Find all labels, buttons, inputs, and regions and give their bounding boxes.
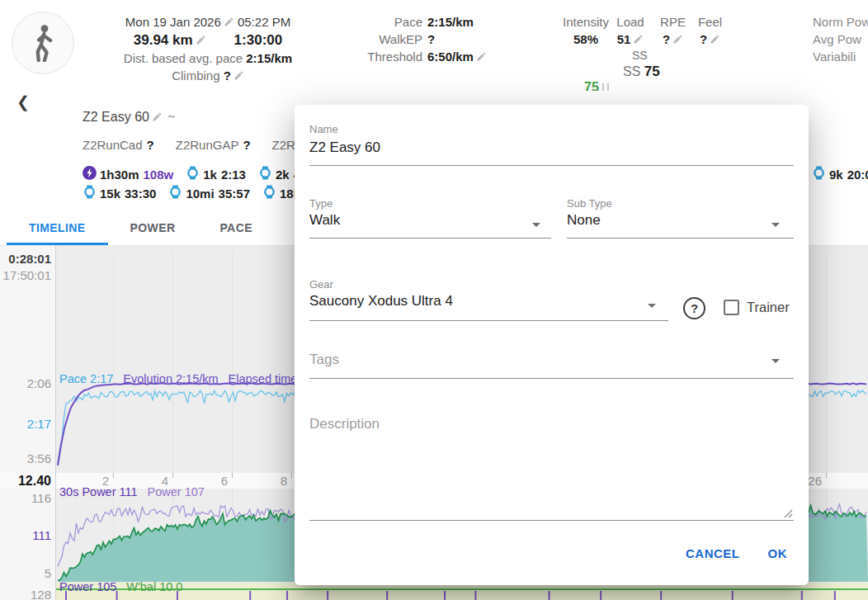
avg-pace-label: Dist. based avg. pace: [124, 51, 243, 65]
lightning-icon: [83, 166, 97, 182]
title-suffix: ~: [167, 110, 175, 124]
power-tick-high: 116: [0, 491, 51, 505]
back-chevron-icon[interactable]: ❮: [17, 92, 30, 111]
edit-distance-icon[interactable]: [196, 32, 206, 50]
activity-start-time: 05:22 PM: [238, 15, 290, 29]
edit-activity-dialog: Name Type Walk Sub Type None Gear Saucon…: [295, 105, 809, 585]
pace-label: Pace: [290, 13, 422, 31]
watch-icon: [83, 185, 97, 201]
name-input[interactable]: [309, 136, 794, 159]
edit-climbing-icon[interactable]: [234, 68, 244, 85]
pace-value: 2:15/km: [427, 15, 474, 29]
pace-tick-slow: 3:56: [0, 451, 51, 465]
climbing-value: ?: [224, 69, 231, 83]
walking-person-icon: [26, 24, 59, 62]
type-underline: [309, 238, 551, 239]
dialog-actions: CANCEL OK: [677, 539, 795, 568]
tab-power[interactable]: POWER: [108, 210, 198, 245]
legend-wbal: W'bal 10.0: [126, 580, 182, 593]
x-tick-label: 2: [76, 474, 109, 488]
name-underline: [309, 165, 794, 166]
subtype-dropdown-arrow-icon[interactable]: [771, 223, 780, 227]
watch-icon: [186, 166, 200, 182]
type-dropdown-arrow-icon[interactable]: [532, 223, 540, 227]
climbing-label: Climbing: [172, 69, 219, 83]
description-textarea[interactable]: [309, 415, 794, 514]
threshold-value: 6:50/km: [427, 50, 474, 64]
watch-icon: [168, 185, 182, 201]
feel-label: Feel: [691, 13, 729, 31]
cancel-button[interactable]: CANCEL: [677, 539, 748, 568]
tags-underline: [309, 378, 794, 379]
gear-select[interactable]: Saucony Xodus Ultra 4: [309, 293, 453, 309]
tab-pace[interactable]: PACE: [197, 210, 274, 245]
power-tick-low: 5: [0, 566, 51, 580]
ss-label: SS: [623, 64, 640, 78]
name-field-label: Name: [309, 123, 338, 135]
pace-legend: Pace 2:17 Evolution 2:15/km Elapsed time…: [59, 372, 314, 385]
edit-date-icon[interactable]: [224, 14, 234, 31]
pb-badge-right: 9k20:0: [812, 167, 868, 182]
variability-label: Variabili: [813, 48, 868, 65]
distance-value: 39.94 km: [134, 32, 193, 48]
metric-item: Z2RunCad?: [83, 138, 154, 152]
legend-evolution: Evolution 2:15/km: [123, 372, 218, 385]
activity-title: Z2 Easy 60: [83, 110, 149, 124]
cursor-distance-value: 12.40: [0, 474, 51, 489]
legend-power-105: Power 105: [59, 580, 116, 593]
activity-page: Mon 19 Jan 2026 05:22 PM 39.94 km1:30:00…: [0, 0, 868, 600]
activity-title-row: Z2 Easy 60~: [83, 110, 175, 125]
gear-dropdown-arrow-icon[interactable]: [648, 304, 656, 308]
x-tick-label: 8: [254, 474, 287, 488]
watch-pb-badge[interactable]: 9k20:0: [812, 166, 868, 182]
load-label: Load: [611, 13, 650, 31]
pb-badges-row-1: 1h30m108w 1k2:13 2k4:2: [83, 167, 311, 182]
tags-input[interactable]: [309, 348, 771, 371]
subtype-select[interactable]: None: [567, 212, 601, 229]
power-pb-badge[interactable]: 1h30m108w: [83, 166, 173, 182]
intensity-stat: Intensity 58%: [559, 13, 612, 48]
norm-power-label: Norm Pow: [813, 13, 868, 31]
date-summary-block: Mon 19 Jan 2026 05:22 PM 39.94 km1:30:00…: [106, 13, 310, 85]
edit-threshold-icon[interactable]: [476, 49, 487, 66]
edit-title-icon[interactable]: [152, 111, 163, 125]
avg-pace-value: 2:15/km: [246, 51, 292, 65]
ss-row: SS 75: [623, 64, 660, 80]
watch-icon: [258, 166, 272, 182]
resize-grip-icon[interactable]: [783, 508, 793, 518]
edit-rpe-icon[interactable]: [672, 31, 683, 49]
feel-value: ?: [700, 32, 707, 46]
rpe-stat: RPE ?: [654, 13, 691, 49]
watch-pb-badge[interactable]: 15k33:30: [83, 185, 156, 201]
trainer-checkbox-label: Trainer: [747, 300, 790, 315]
avg-power-label: Avg Pow: [813, 31, 868, 48]
legend-pace: Pace 2:17: [59, 372, 113, 385]
tab-timeline[interactable]: TIMELINE: [7, 210, 108, 245]
edit-feel-icon[interactable]: [710, 31, 720, 49]
walkep-label: WalkEP: [290, 31, 422, 48]
gear-help-icon[interactable]: ?: [683, 297, 705, 319]
subtype-field-label: Sub Type: [567, 197, 612, 210]
activity-date: Mon 19 Jan 2026: [125, 15, 221, 29]
watch-pb-badge[interactable]: 10mi35:57: [168, 185, 250, 201]
total-time-tick: 17:50:01: [0, 268, 51, 282]
pace-tick-avg: 2:17: [0, 417, 51, 431]
tags-dropdown-arrow-icon[interactable]: [771, 359, 780, 363]
watch-icon: [262, 185, 276, 201]
trainer-checkbox[interactable]: [724, 300, 739, 315]
pace-summary-block: Pace2:15/km WalkEP? Threshold6:50/km: [290, 13, 487, 66]
type-field-label: Type: [309, 197, 333, 210]
edit-load-icon[interactable]: [633, 31, 644, 49]
ok-button[interactable]: OK: [760, 539, 796, 568]
subtype-underline: [567, 238, 794, 239]
elapsed-time-tick: 0:28:01: [0, 252, 51, 266]
power-labels-column: Norm Pow Avg Pow Variabili: [813, 13, 868, 65]
activity-type-avatar[interactable]: [12, 12, 74, 74]
intensity-label: Intensity: [559, 13, 612, 31]
description-underline: [309, 520, 794, 521]
rpe-label: RPE: [654, 13, 691, 31]
activity-header: Mon 19 Jan 2026 05:22 PM 39.94 km1:30:00…: [0, 0, 868, 91]
watch-pb-badge[interactable]: 1k2:13: [186, 166, 246, 182]
type-select[interactable]: Walk: [309, 212, 340, 229]
intensity-value: 58%: [559, 31, 612, 48]
